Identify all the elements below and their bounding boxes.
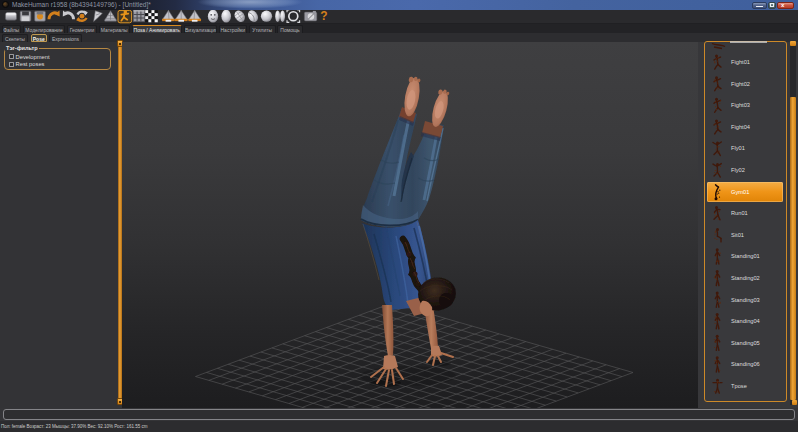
- svg-text:?: ?: [320, 10, 327, 23]
